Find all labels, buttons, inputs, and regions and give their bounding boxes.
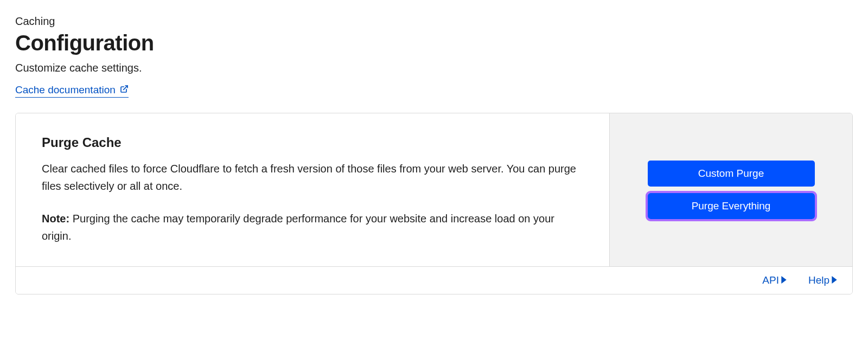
page-subtitle: Customize cache settings. bbox=[15, 62, 853, 74]
purge-everything-button[interactable]: Purge Everything bbox=[648, 193, 815, 219]
caret-right-icon bbox=[832, 274, 837, 286]
cache-documentation-link[interactable]: Cache documentation bbox=[15, 84, 129, 98]
card-content: Purge Cache Clear cached files to force … bbox=[16, 113, 609, 266]
card-title: Purge Cache bbox=[42, 135, 583, 150]
help-link[interactable]: Help bbox=[808, 274, 837, 286]
purge-cache-card: Purge Cache Clear cached files to force … bbox=[15, 113, 853, 294]
card-description: Clear cached files to force Cloudflare t… bbox=[42, 160, 583, 195]
api-link-label: API bbox=[762, 274, 779, 286]
doc-link-label: Cache documentation bbox=[15, 84, 116, 96]
card-note: Note: Purging the cache may temporarily … bbox=[42, 210, 583, 245]
custom-purge-button[interactable]: Custom Purge bbox=[648, 161, 815, 187]
note-text: Purging the cache may temporarily degrad… bbox=[42, 213, 554, 242]
caret-right-icon bbox=[781, 274, 787, 286]
note-label: Note: bbox=[42, 213, 69, 225]
page-title: Configuration bbox=[15, 31, 853, 55]
api-link[interactable]: API bbox=[762, 274, 787, 286]
svg-line-0 bbox=[124, 86, 127, 89]
breadcrumb: Caching bbox=[15, 15, 853, 28]
card-footer: API Help bbox=[16, 266, 852, 294]
card-body: Purge Cache Clear cached files to force … bbox=[16, 113, 852, 266]
card-actions: Custom Purge Purge Everything bbox=[609, 113, 852, 266]
external-link-icon bbox=[120, 84, 129, 96]
help-link-label: Help bbox=[808, 274, 829, 286]
